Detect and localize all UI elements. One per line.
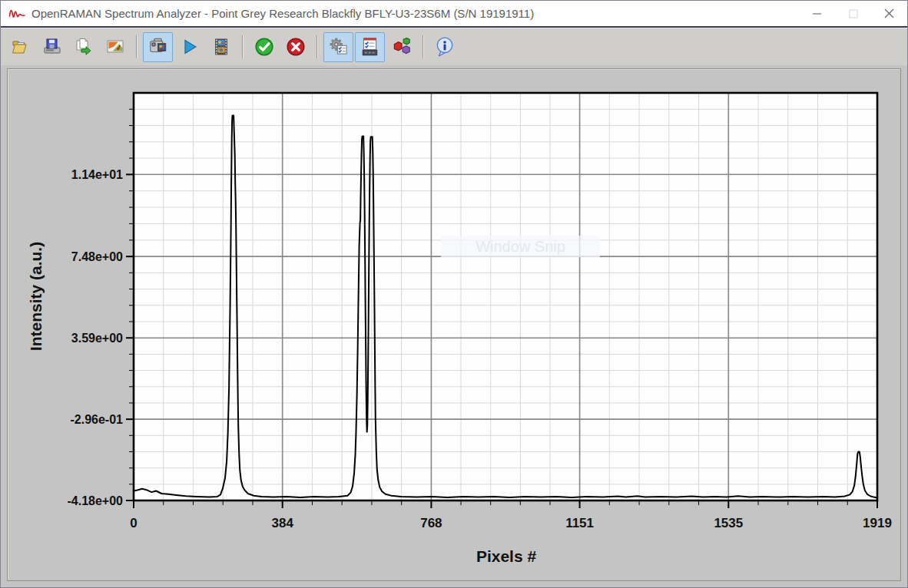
export-button[interactable] — [68, 32, 98, 62]
chart-panel — [7, 68, 901, 581]
play-button[interactable] — [174, 32, 204, 62]
camera-button[interactable] — [143, 32, 173, 62]
folder-open-icon — [11, 37, 31, 57]
toolbar-separator — [423, 35, 423, 58]
image-icon — [105, 37, 125, 57]
app-window: OpenRAMAN Spectrum Analyzer - Point Grey… — [0, 0, 908, 588]
maximize-button[interactable] — [835, 1, 871, 26]
close-button[interactable] — [871, 1, 907, 26]
toolbar — [1, 28, 907, 65]
toolbar-separator — [136, 35, 137, 58]
cancel-icon — [285, 36, 307, 58]
toolbar-separator — [316, 35, 317, 58]
settings-gear-icon — [328, 36, 350, 58]
content-area — [1, 65, 907, 587]
open-button[interactable] — [5, 32, 35, 62]
camera-icon — [147, 36, 169, 58]
settings-button[interactable] — [323, 32, 353, 62]
app-logo-icon — [8, 7, 25, 21]
save-button[interactable] — [37, 32, 67, 62]
cancel-button[interactable] — [280, 32, 310, 62]
titlebar: OpenRAMAN Spectrum Analyzer - Point Grey… — [1, 1, 907, 26]
filmstrip-icon — [211, 37, 231, 57]
save-icon — [42, 37, 62, 57]
charts-button[interactable] — [386, 32, 416, 62]
minimize-icon — [813, 9, 822, 18]
blocks-icon — [391, 36, 413, 58]
info-icon — [434, 36, 456, 58]
y-axis-label: Intensity (a.u.) — [27, 242, 45, 351]
window-controls — [799, 1, 907, 26]
toolbar-separator — [242, 35, 243, 58]
options-button[interactable] — [355, 32, 385, 62]
export-icon — [74, 37, 94, 57]
video-button[interactable] — [206, 32, 236, 62]
watermark-window-snip: Window Snip — [441, 236, 600, 257]
play-icon — [180, 37, 200, 57]
accept-icon — [254, 36, 275, 58]
minimize-button[interactable] — [799, 1, 835, 26]
image-button[interactable] — [100, 32, 130, 62]
checklist-icon — [360, 36, 381, 58]
maximize-icon — [849, 9, 858, 18]
about-button[interactable] — [429, 32, 459, 62]
window-title: OpenRAMAN Spectrum Analyzer - Point Grey… — [31, 7, 799, 20]
x-axis-label: Pixels # — [476, 547, 536, 566]
accept-button[interactable] — [249, 32, 279, 62]
close-icon — [884, 8, 894, 18]
